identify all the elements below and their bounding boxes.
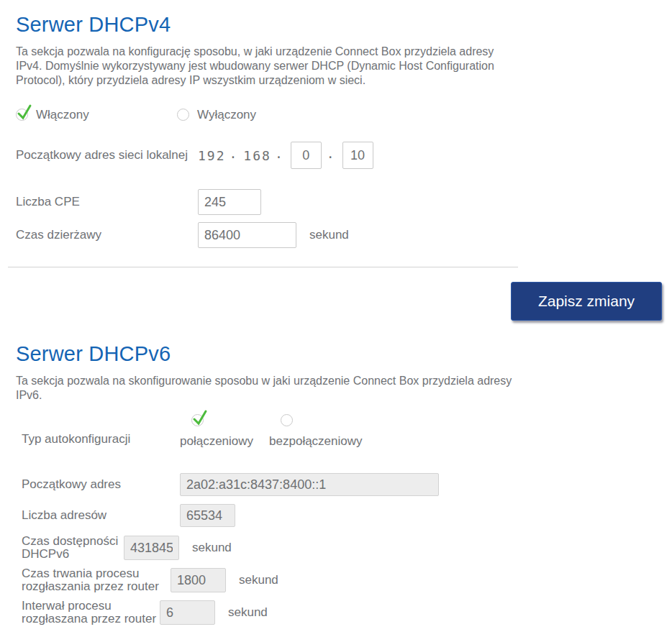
- ip-octet-2: 168: [243, 148, 271, 163]
- ip-dot: .: [230, 146, 237, 161]
- ip-octet-1: 192: [198, 148, 226, 163]
- v6-address-count-row: Liczba adresów: [16, 504, 672, 527]
- autoconfig-option-stateful[interactable]: połączeniowy: [180, 414, 253, 449]
- v6-ra-interval-label: Interwał procesu rozgłaszana przez route…: [16, 600, 160, 625]
- ip-octet-3-input[interactable]: [291, 142, 322, 169]
- section-divider: [8, 267, 518, 267]
- lease-time-unit: sekund: [309, 228, 349, 242]
- v6-availability-time-label: Czas dostępności DHCPv6: [16, 535, 124, 561]
- radio-checked-icon[interactable]: [191, 414, 204, 427]
- v6-ra-duration-row: Czas trwania procesu rozgłaszania przez …: [16, 567, 672, 593]
- dhcp-settings-page: Serwer DHCPv4 Ta sekcja pozwala na konfi…: [0, 0, 672, 637]
- ip-octet-4-input[interactable]: [342, 142, 373, 169]
- v6-ra-duration-input: [171, 568, 226, 592]
- save-button[interactable]: Zapisz zmiany: [511, 282, 662, 321]
- v6-ra-duration-unit: sekund: [239, 573, 278, 587]
- cpe-count-label: Liczba CPE: [16, 195, 198, 209]
- button-row: Zapisz zmiany: [16, 282, 672, 321]
- ip-dot: .: [327, 146, 335, 161]
- dhcpv6-title: Serwer DHCPv6: [16, 342, 672, 366]
- radio-option-enabled[interactable]: Włączony: [16, 108, 177, 122]
- v6-start-address-row: Początkowy adres: [16, 473, 672, 496]
- v6-availability-time-input: [124, 536, 179, 560]
- autoconfig-stateful-label: połączeniowy: [180, 434, 253, 449]
- v6-ra-interval-unit: sekund: [228, 605, 268, 620]
- v6-address-count-input: [180, 504, 235, 527]
- ip-dot: .: [275, 146, 283, 161]
- start-address-row: Początkowy adres sieci lokalnej 192 . 16…: [16, 142, 672, 169]
- dhcpv4-title: Serwer DHCPv4: [16, 13, 672, 37]
- autoconfig-label: Typ autokonfiguracji: [16, 432, 180, 446]
- check-icon: [192, 409, 208, 426]
- autoconfig-option-stateless[interactable]: bezpołączeniowy: [269, 414, 362, 449]
- v6-availability-time-row: Czas dostępności DHCPv6 sekund: [16, 535, 672, 561]
- radio-unchecked-icon[interactable]: [281, 414, 294, 427]
- ip-address-group: 192 . 168 . .: [198, 142, 375, 169]
- v6-ra-duration-label: Czas trwania procesu rozgłaszania przez …: [16, 567, 171, 593]
- radio-unchecked-icon[interactable]: [177, 109, 190, 122]
- radio-checked-icon[interactable]: [16, 109, 29, 122]
- section-dhcpv6: Serwer DHCPv6 Ta sekcja pozwala na skonf…: [16, 342, 672, 637]
- v6-ra-interval-input: [160, 600, 215, 625]
- radio-option-disabled-label: Wyłączony: [197, 108, 256, 122]
- dhcpv4-description: Ta sekcja pozwala na konfigurację sposob…: [16, 45, 518, 88]
- v6-availability-time-unit: sekund: [192, 541, 232, 555]
- autoconfig-radio-group: Typ autokonfiguracji połączeniowy bezpoł…: [16, 414, 672, 449]
- v6-start-address-label: Początkowy adres: [16, 477, 180, 492]
- cpe-count-input[interactable]: [198, 189, 261, 215]
- lease-time-label: Czas dzierżawy: [16, 228, 198, 242]
- v6-ra-interval-row: Interwał procesu rozgłaszana przez route…: [16, 600, 672, 625]
- check-icon: [17, 104, 32, 121]
- radio-option-enabled-label: Włączony: [36, 108, 89, 122]
- v6-address-count-label: Liczba adresów: [16, 508, 180, 523]
- lease-time-row: Czas dzierżawy sekund: [16, 222, 672, 248]
- lease-time-input[interactable]: [198, 222, 296, 248]
- radio-option-disabled[interactable]: Wyłączony: [177, 108, 256, 122]
- autoconfig-stateless-label: bezpołączeniowy: [269, 434, 362, 449]
- dhcpv4-enable-radio-group: Włączony Wyłączony: [16, 108, 672, 122]
- v6-start-address-input: [180, 473, 439, 496]
- dhcpv6-description: Ta sekcja pozwala na skonfigurowanie spo…: [16, 374, 518, 403]
- section-dhcpv4: Serwer DHCPv4 Ta sekcja pozwala na konfi…: [16, 13, 672, 321]
- cpe-count-row: Liczba CPE: [16, 189, 672, 215]
- start-address-label: Początkowy adres sieci lokalnej: [16, 148, 198, 162]
